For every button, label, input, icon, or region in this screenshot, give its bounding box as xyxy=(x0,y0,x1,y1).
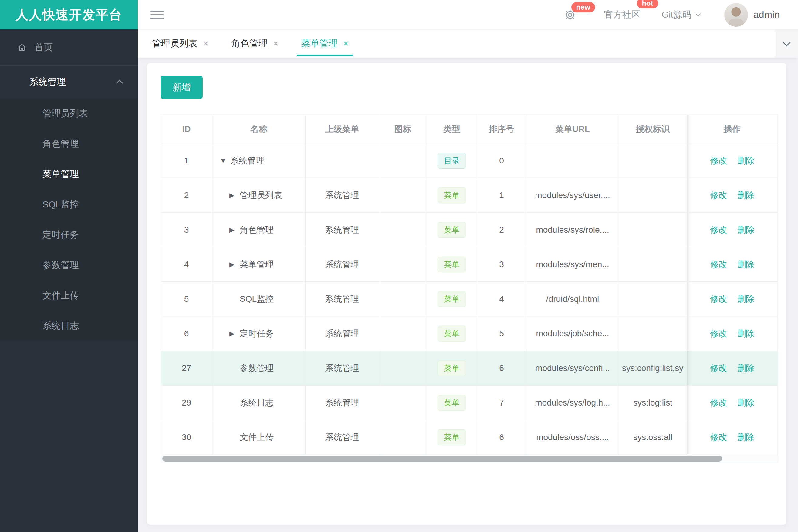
horizontal-scrollbar-thumb[interactable] xyxy=(162,456,722,462)
cell-id: 29 xyxy=(161,385,212,420)
table-row[interactable]: 3▶角色管理系统管理菜单2modules/sys/role....修改删除 xyxy=(161,213,778,247)
cell-icon xyxy=(379,144,427,178)
table-row[interactable]: 29▶系统日志系统管理菜单7modules/sys/log.h...sys:lo… xyxy=(161,385,778,420)
cell-url: modules/sys/men... xyxy=(526,247,619,282)
edit-link[interactable]: 修改 xyxy=(710,190,727,200)
cell-order: 3 xyxy=(477,247,526,282)
delete-link[interactable]: 删除 xyxy=(737,294,754,304)
delete-link[interactable]: 删除 xyxy=(737,433,754,442)
cell-type: 菜单 xyxy=(427,420,477,455)
table-row[interactable]: 5▶SQL监控系统管理菜单4/druid/sql.html修改删除 xyxy=(161,282,778,316)
sidebar-item-6[interactable]: 文件上传 xyxy=(0,280,138,310)
cell-icon xyxy=(379,420,427,455)
main-content: 新增 ID名称上级菜单图标类型排序号菜单URL授权标识操作 1▼系统管理目录0修… xyxy=(138,58,798,532)
cell-name: ▶文件上传 xyxy=(212,420,305,455)
sidebar-section-system[interactable]: 系统管理 xyxy=(0,65,138,98)
cell-url: modules/oss/oss.... xyxy=(526,420,619,455)
cell-id: 27 xyxy=(161,351,212,385)
sidebar-item-home[interactable]: 首页 xyxy=(0,30,138,65)
sidebar-item-5[interactable]: 参数管理 xyxy=(0,250,138,280)
sidebar-item-4[interactable]: 定时任务 xyxy=(0,220,138,250)
chevron-down-icon xyxy=(782,38,791,46)
table-row[interactable]: 1▼系统管理目录0修改删除 xyxy=(161,144,778,178)
sidebar-item-0[interactable]: 管理员列表 xyxy=(0,98,138,129)
cell-perms: sys:config:list,sys:. xyxy=(619,351,687,385)
expand-row-icon[interactable]: ▶ xyxy=(229,261,237,268)
tab-0[interactable]: 管理员列表× xyxy=(148,30,213,58)
delete-link[interactable]: 删除 xyxy=(737,363,754,373)
tab-1[interactable]: 角色管理× xyxy=(227,30,283,58)
cell-name: ▶管理员列表 xyxy=(212,178,305,213)
chevron-down-icon xyxy=(695,11,701,16)
settings-button[interactable]: new xyxy=(564,9,576,21)
cell-id: 6 xyxy=(161,316,212,351)
community-link[interactable]: 官方社区 hot xyxy=(604,8,641,21)
menu-name: SQL监控 xyxy=(240,293,274,305)
menu-name: 角色管理 xyxy=(240,224,274,236)
sidebar-item-2[interactable]: 菜单管理 xyxy=(0,159,138,189)
menu-table-wrap: ID名称上级菜单图标类型排序号菜单URL授权标识操作 1▼系统管理目录0修改删除… xyxy=(161,115,777,455)
column-header-7: 授权标识 xyxy=(619,115,687,144)
edit-link[interactable]: 修改 xyxy=(710,398,727,407)
cell-id: 2 xyxy=(161,178,212,213)
table-row[interactable]: 27▶参数管理系统管理菜单6modules/sys/confi...sys:co… xyxy=(161,351,778,385)
tab-label: 管理员列表 xyxy=(152,37,198,50)
delete-link[interactable]: 删除 xyxy=(737,225,754,234)
column-header-8: 操作 xyxy=(687,115,778,144)
cell-actions: 修改删除 xyxy=(687,247,778,282)
delete-link[interactable]: 删除 xyxy=(737,398,754,407)
edit-link[interactable]: 修改 xyxy=(710,294,727,304)
tabbar: 管理员列表×角色管理×菜单管理× xyxy=(138,30,798,58)
edit-link[interactable]: 修改 xyxy=(710,363,727,373)
tab-close-icon[interactable]: × xyxy=(273,38,279,49)
cell-name: ▼系统管理 xyxy=(212,144,305,178)
delete-link[interactable]: 删除 xyxy=(737,156,754,165)
cell-perms xyxy=(619,144,687,178)
edit-link[interactable]: 修改 xyxy=(710,329,727,338)
delete-link[interactable]: 删除 xyxy=(737,329,754,338)
table-row[interactable]: 30▶文件上传系统管理菜单6modules/oss/oss....sys:oss… xyxy=(161,420,778,455)
cell-order: 7 xyxy=(477,385,526,420)
table-header-row: ID名称上级菜单图标类型排序号菜单URL授权标识操作 xyxy=(161,115,778,144)
expand-row-icon[interactable]: ▶ xyxy=(229,330,237,337)
sidebar-section-label: 系统管理 xyxy=(30,76,66,88)
table-body: 1▼系统管理目录0修改删除2▶管理员列表系统管理菜单1modules/sys/u… xyxy=(161,144,778,455)
edit-link[interactable]: 修改 xyxy=(710,156,727,165)
edit-link[interactable]: 修改 xyxy=(710,225,727,234)
sidebar-item-1[interactable]: 角色管理 xyxy=(0,129,138,159)
type-tag: 菜单 xyxy=(438,256,466,272)
git-source-link[interactable]: Git源码 xyxy=(662,8,700,21)
horizontal-scrollbar-track[interactable] xyxy=(161,454,777,463)
collapse-row-icon[interactable]: ▼ xyxy=(220,157,228,165)
sidebar-item-3[interactable]: SQL监控 xyxy=(0,189,138,220)
cell-parent: 系统管理 xyxy=(305,247,379,282)
edit-link[interactable]: 修改 xyxy=(710,433,727,442)
tab-overflow-button[interactable] xyxy=(775,30,798,58)
table-row[interactable]: 2▶管理员列表系统管理菜单1modules/sys/user....修改删除 xyxy=(161,178,778,213)
column-header-6: 菜单URL xyxy=(526,115,619,144)
username[interactable]: admin xyxy=(754,9,780,20)
table-row[interactable]: 4▶菜单管理系统管理菜单3modules/sys/men...修改删除 xyxy=(161,247,778,282)
sidebar-item-7[interactable]: 系统日志 xyxy=(0,310,138,341)
menu-name: 菜单管理 xyxy=(240,259,274,270)
cell-order: 6 xyxy=(477,351,526,385)
expand-row-icon[interactable]: ▶ xyxy=(229,192,237,199)
cell-icon xyxy=(379,213,427,247)
expand-row-icon[interactable]: ▶ xyxy=(229,226,237,233)
cell-name: ▶系统日志 xyxy=(212,385,305,420)
edit-link[interactable]: 修改 xyxy=(710,260,727,269)
tab-2[interactable]: 菜单管理× xyxy=(297,30,353,58)
cell-icon xyxy=(379,316,427,351)
tab-close-icon[interactable]: × xyxy=(203,38,209,49)
cell-url: modules/sys/role.... xyxy=(526,213,619,247)
menu-toggle-icon[interactable] xyxy=(150,8,164,21)
avatar[interactable] xyxy=(724,3,748,27)
add-button[interactable]: 新增 xyxy=(161,76,203,99)
delete-link[interactable]: 删除 xyxy=(737,260,754,269)
menu-name: 定时任务 xyxy=(240,328,274,339)
delete-link[interactable]: 删除 xyxy=(737,190,754,200)
tab-close-icon[interactable]: × xyxy=(343,38,349,49)
table-row[interactable]: 6▶定时任务系统管理菜单5modules/job/sche...修改删除 xyxy=(161,316,778,351)
cell-type: 菜单 xyxy=(427,385,477,420)
cell-order: 6 xyxy=(477,420,526,455)
